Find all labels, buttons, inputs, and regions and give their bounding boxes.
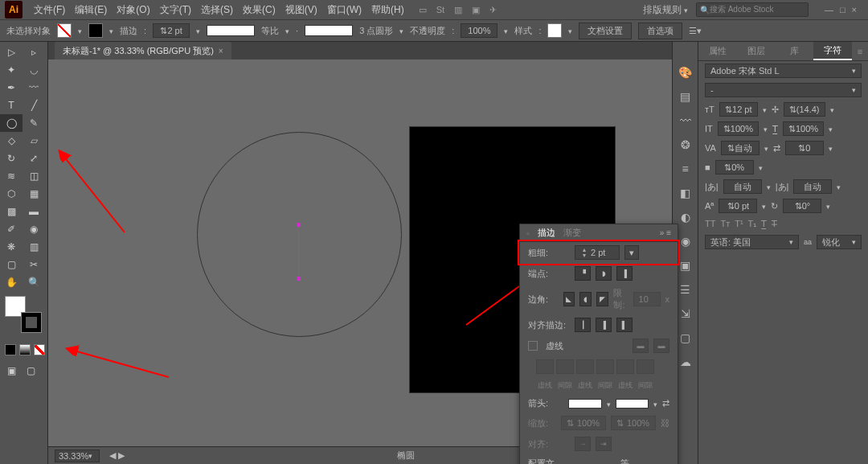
preferences-button[interactable]: 首选项 [638,23,682,39]
arrow-end-select[interactable] [616,399,649,409]
ellipse-tool[interactable]: ◯ [0,114,23,132]
gap-field[interactable] [596,359,614,374]
zoom-tool[interactable]: 🔍 [23,273,45,291]
dash-align-1[interactable]: ▬ [633,339,649,353]
free-transform-tool[interactable]: ◫ [23,167,45,185]
dash-field[interactable] [576,359,594,374]
lasso-tool[interactable]: ◡ [23,61,45,79]
stroke-indicator[interactable] [21,312,42,333]
zoom-field[interactable]: 33.33% [55,450,100,462]
superscript-icon[interactable]: T¹ [735,219,743,229]
cap-butt[interactable]: ▝ [575,266,591,281]
hscale-field[interactable]: ⇅ 100% [783,121,824,136]
corner-bevel[interactable]: ◤ [596,292,608,306]
opacity-field[interactable]: 100% [461,23,497,38]
document-tab[interactable]: 未标题-1* @ 33.33% (RGB/GPU 预览) × [55,42,231,60]
close-tab-icon[interactable]: × [219,47,223,55]
align-arrow-1[interactable]: → [575,437,591,451]
artboard-tool[interactable]: ▢ [0,256,23,273]
graphic-styles-panel-icon[interactable]: ▣ [680,259,690,272]
pen-tool[interactable]: ✒ [0,79,23,96]
brushes-panel-icon[interactable]: 〰 [680,114,691,127]
panel-menu-icon[interactable]: ≡ [852,42,868,60]
fill-swatch[interactable] [57,23,72,38]
perspective-tool[interactable]: ▦ [23,185,45,203]
menu-file[interactable]: 文件(F) [29,3,70,17]
menu-object[interactable]: 对象(O) [112,3,154,17]
vscale-field[interactable]: ⇅ 100% [718,121,759,136]
layers-panel-icon[interactable]: ☰ [680,283,690,296]
tab-layers[interactable]: 图层 [737,42,776,60]
tsume-field-2[interactable]: 自动 [793,179,832,194]
dash-field[interactable] [536,359,554,374]
scale-tool[interactable]: ⤢ [23,150,45,167]
screen-mode-full[interactable]: ▢ [23,363,39,378]
align-stroke-center[interactable]: ┃ [575,318,591,332]
tsume-field[interactable]: 自动 [723,179,762,194]
corner-round[interactable]: ◖ [579,292,592,306]
search-stock-input[interactable]: 🔍 搜索 Adobe Stock [696,2,809,17]
stroke-panel-header[interactable]: ◦ 描边 渐变 » ≡ [520,224,678,242]
dash-field[interactable] [616,359,634,374]
mesh-tool[interactable]: ▩ [0,203,23,220]
curvature-tool[interactable]: 〰 [23,79,45,96]
eraser-tool[interactable]: ▱ [23,132,45,150]
leading-field[interactable]: ⇅ (14.4) [784,102,825,117]
color-mode-icon[interactable] [5,344,16,355]
style-swatch[interactable] [547,23,562,38]
corner-miter[interactable]: ◣ [563,292,575,306]
rocket-icon[interactable]: ✈ [489,5,497,15]
tracking-field[interactable]: ⇅ 0 [785,141,824,155]
font-family-select[interactable]: Adobe 宋体 Std L [705,64,862,78]
menu-type[interactable]: 文字(T) [155,3,196,17]
gradient-mode-icon[interactable] [19,344,31,355]
graph-tool[interactable]: ▥ [23,238,45,256]
menu-view[interactable]: 视图(V) [280,3,322,17]
blend-tool[interactable]: ◉ [23,220,45,238]
width-tool[interactable]: ≋ [0,167,23,185]
rotate-tool[interactable]: ↻ [0,150,23,167]
font-style-select[interactable]: - [705,83,862,97]
stroke-weight-field[interactable]: ⇅ 2 pt [153,23,190,38]
artboard-nav[interactable]: ◀ ▶ [109,450,125,461]
menu-effect[interactable]: 效果(C) [238,3,280,17]
tab-properties[interactable]: 属性 [698,42,737,60]
gap-field[interactable] [637,359,654,374]
smallcaps-icon[interactable]: Tт [720,219,730,229]
screen-mode-normal[interactable]: ▣ [3,363,19,378]
appearance-panel-icon[interactable]: ◉ [681,235,690,248]
selection-tool[interactable]: ▷ [0,43,23,61]
ellipse-path[interactable] [197,132,402,337]
gradient-tool[interactable]: ▬ [23,203,45,220]
char-rotate-field[interactable]: ⇅ 0° [783,199,821,213]
shape-builder-tool[interactable]: ⬡ [0,185,23,203]
window-max[interactable]: □ [840,5,845,14]
stroke-tab[interactable]: 描边 [538,227,555,239]
arrow-start-select[interactable] [568,399,601,409]
gradient-tab[interactable]: 渐变 [563,227,581,239]
align-stroke-outside[interactable]: ▌ [616,318,633,332]
none-mode-icon[interactable] [34,344,45,355]
gradient-panel-icon[interactable]: ◧ [680,187,690,199]
stroke-weight-dropdown[interactable]: ▾ [624,245,639,260]
brush-preview[interactable] [305,25,353,36]
stock-icon[interactable]: St [436,5,444,15]
shaper-tool[interactable]: ◇ [0,132,23,150]
menu-window[interactable]: 窗口(W) [322,3,366,17]
menu-help[interactable]: 帮助(H) [366,3,409,17]
align-stroke-inside[interactable]: ▐ [596,318,612,332]
align-popup-icon[interactable]: ☰▾ [689,26,702,36]
allcaps-icon[interactable]: TT [705,219,715,229]
menu-edit[interactable]: 编辑(E) [70,3,112,17]
type-tool[interactable]: T [0,96,23,114]
symbol-sprayer-tool[interactable]: ❋ [0,238,23,256]
swap-arrow-icon[interactable]: ⇄ [662,398,669,409]
slice-tool[interactable]: ✂ [23,256,45,273]
cap-projecting[interactable]: ▐ [616,266,633,281]
magic-wand-tool[interactable]: ✦ [0,61,23,79]
window-close[interactable]: × [852,5,857,14]
doc-setup-button[interactable]: 文档设置 [579,23,632,39]
window-min[interactable]: — [825,5,833,14]
bridge-icon[interactable]: ▭ [419,5,427,15]
menu-select[interactable]: 选择(S) [196,3,238,17]
